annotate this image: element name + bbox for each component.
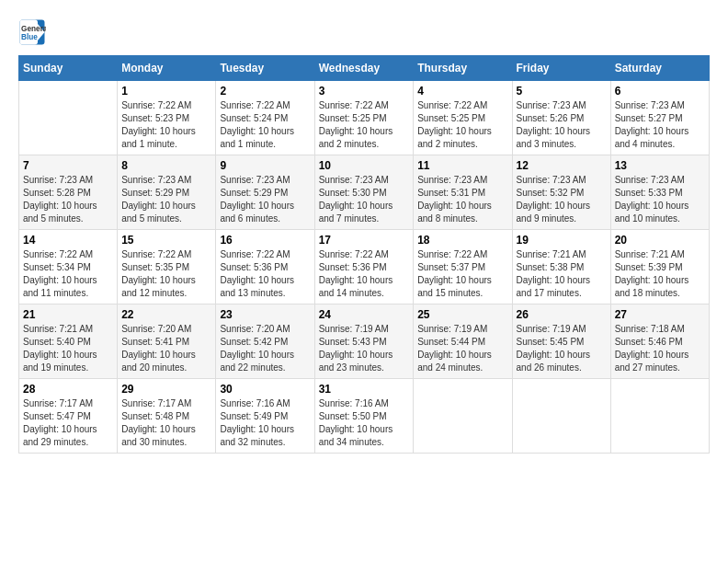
logo: General Blue <box>18 18 46 46</box>
day-info: Sunrise: 7:23 AMSunset: 5:29 PMDaylight:… <box>121 174 211 225</box>
calendar-cell: 6Sunrise: 7:23 AMSunset: 5:27 PMDaylight… <box>610 81 709 155</box>
week-row-1: 1Sunrise: 7:22 AMSunset: 5:23 PMDaylight… <box>19 81 710 155</box>
calendar-cell: 10Sunrise: 7:23 AMSunset: 5:30 PMDayligh… <box>314 155 414 230</box>
day-info: Sunrise: 7:19 AMSunset: 5:44 PMDaylight:… <box>417 323 507 374</box>
calendar-cell <box>414 379 512 454</box>
day-number: 6 <box>615 85 705 98</box>
day-number: 2 <box>220 85 310 98</box>
day-info: Sunrise: 7:16 AMSunset: 5:50 PMDaylight:… <box>319 397 410 449</box>
day-info: Sunrise: 7:22 AMSunset: 5:23 PMDaylight:… <box>121 99 211 151</box>
week-row-4: 21Sunrise: 7:21 AMSunset: 5:40 PMDayligh… <box>19 304 710 379</box>
calendar-cell <box>610 379 709 454</box>
day-info: Sunrise: 7:17 AMSunset: 5:47 PMDaylight:… <box>23 397 113 449</box>
weekday-header-saturday: Saturday <box>610 56 709 81</box>
calendar-cell: 2Sunrise: 7:22 AMSunset: 5:24 PMDaylight… <box>216 81 314 155</box>
calendar-cell: 29Sunrise: 7:17 AMSunset: 5:48 PMDayligh… <box>118 379 216 454</box>
day-number: 4 <box>417 85 507 98</box>
calendar-cell: 4Sunrise: 7:22 AMSunset: 5:25 PMDaylight… <box>414 81 512 155</box>
day-info: Sunrise: 7:23 AMSunset: 5:31 PMDaylight:… <box>417 174 507 225</box>
day-info: Sunrise: 7:21 AMSunset: 5:39 PMDaylight:… <box>615 248 705 300</box>
day-number: 11 <box>417 159 507 172</box>
day-info: Sunrise: 7:23 AMSunset: 5:32 PMDaylight:… <box>517 174 607 225</box>
day-number: 30 <box>220 383 310 396</box>
calendar-cell: 20Sunrise: 7:21 AMSunset: 5:39 PMDayligh… <box>610 230 709 304</box>
day-number: 5 <box>517 85 607 98</box>
calendar-cell: 30Sunrise: 7:16 AMSunset: 5:49 PMDayligh… <box>216 379 314 454</box>
day-number: 13 <box>615 159 705 172</box>
day-number: 24 <box>319 308 410 321</box>
day-info: Sunrise: 7:22 AMSunset: 5:37 PMDaylight:… <box>417 248 507 300</box>
calendar-cell: 13Sunrise: 7:23 AMSunset: 5:33 PMDayligh… <box>610 155 709 230</box>
day-number: 18 <box>417 234 507 247</box>
calendar-cell: 8Sunrise: 7:23 AMSunset: 5:29 PMDaylight… <box>118 155 216 230</box>
day-number: 17 <box>319 234 410 247</box>
day-info: Sunrise: 7:20 AMSunset: 5:41 PMDaylight:… <box>121 323 211 374</box>
day-info: Sunrise: 7:16 AMSunset: 5:49 PMDaylight:… <box>220 397 310 449</box>
calendar-cell: 5Sunrise: 7:23 AMSunset: 5:26 PMDaylight… <box>512 81 610 155</box>
week-row-3: 14Sunrise: 7:22 AMSunset: 5:34 PMDayligh… <box>19 230 710 304</box>
day-info: Sunrise: 7:23 AMSunset: 5:27 PMDaylight:… <box>615 99 705 151</box>
day-number: 14 <box>23 234 113 247</box>
calendar-cell: 14Sunrise: 7:22 AMSunset: 5:34 PMDayligh… <box>19 230 118 304</box>
day-info: Sunrise: 7:20 AMSunset: 5:42 PMDaylight:… <box>220 323 310 374</box>
day-number: 29 <box>121 383 211 396</box>
day-number: 19 <box>517 234 607 247</box>
day-info: Sunrise: 7:23 AMSunset: 5:33 PMDaylight:… <box>615 174 705 225</box>
calendar-cell <box>19 81 118 155</box>
day-number: 27 <box>615 308 705 321</box>
svg-text:General: General <box>21 25 46 33</box>
day-info: Sunrise: 7:23 AMSunset: 5:26 PMDaylight:… <box>517 99 607 151</box>
calendar-cell: 1Sunrise: 7:22 AMSunset: 5:23 PMDaylight… <box>118 81 216 155</box>
calendar-cell: 25Sunrise: 7:19 AMSunset: 5:44 PMDayligh… <box>414 304 512 379</box>
day-number: 9 <box>220 159 310 172</box>
calendar-cell <box>512 379 610 454</box>
day-number: 26 <box>517 308 607 321</box>
day-info: Sunrise: 7:22 AMSunset: 5:25 PMDaylight:… <box>319 99 410 151</box>
weekday-header-tuesday: Tuesday <box>216 56 314 81</box>
calendar-cell: 7Sunrise: 7:23 AMSunset: 5:28 PMDaylight… <box>19 155 118 230</box>
day-info: Sunrise: 7:22 AMSunset: 5:36 PMDaylight:… <box>319 248 410 300</box>
day-number: 3 <box>319 85 410 98</box>
weekday-header-wednesday: Wednesday <box>314 56 414 81</box>
week-row-5: 28Sunrise: 7:17 AMSunset: 5:47 PMDayligh… <box>19 379 710 454</box>
day-number: 28 <box>23 383 113 396</box>
day-info: Sunrise: 7:22 AMSunset: 5:35 PMDaylight:… <box>121 248 211 300</box>
calendar-cell: 12Sunrise: 7:23 AMSunset: 5:32 PMDayligh… <box>512 155 610 230</box>
calendar-cell: 19Sunrise: 7:21 AMSunset: 5:38 PMDayligh… <box>512 230 610 304</box>
calendar-cell: 9Sunrise: 7:23 AMSunset: 5:29 PMDaylight… <box>216 155 314 230</box>
day-info: Sunrise: 7:23 AMSunset: 5:29 PMDaylight:… <box>220 174 310 225</box>
calendar-cell: 28Sunrise: 7:17 AMSunset: 5:47 PMDayligh… <box>19 379 118 454</box>
logo-icon: General Blue <box>18 18 46 46</box>
calendar-cell: 17Sunrise: 7:22 AMSunset: 5:36 PMDayligh… <box>314 230 414 304</box>
day-info: Sunrise: 7:21 AMSunset: 5:40 PMDaylight:… <box>23 323 113 374</box>
day-number: 1 <box>121 85 211 98</box>
calendar-cell: 24Sunrise: 7:19 AMSunset: 5:43 PMDayligh… <box>314 304 414 379</box>
weekday-header-thursday: Thursday <box>414 56 512 81</box>
day-info: Sunrise: 7:19 AMSunset: 5:43 PMDaylight:… <box>319 323 410 374</box>
calendar-cell: 3Sunrise: 7:22 AMSunset: 5:25 PMDaylight… <box>314 81 414 155</box>
day-info: Sunrise: 7:22 AMSunset: 5:25 PMDaylight:… <box>417 99 507 151</box>
day-number: 23 <box>220 308 310 321</box>
day-info: Sunrise: 7:21 AMSunset: 5:38 PMDaylight:… <box>517 248 607 300</box>
calendar-cell: 26Sunrise: 7:19 AMSunset: 5:45 PMDayligh… <box>512 304 610 379</box>
day-number: 12 <box>517 159 607 172</box>
day-number: 10 <box>319 159 410 172</box>
weekday-header-friday: Friday <box>512 56 610 81</box>
svg-text:Blue: Blue <box>21 33 38 41</box>
day-info: Sunrise: 7:19 AMSunset: 5:45 PMDaylight:… <box>517 323 607 374</box>
weekday-header-monday: Monday <box>118 56 216 81</box>
day-number: 8 <box>121 159 211 172</box>
day-info: Sunrise: 7:22 AMSunset: 5:36 PMDaylight:… <box>220 248 310 300</box>
calendar-cell: 27Sunrise: 7:18 AMSunset: 5:46 PMDayligh… <box>610 304 709 379</box>
day-info: Sunrise: 7:23 AMSunset: 5:30 PMDaylight:… <box>319 174 410 225</box>
day-number: 20 <box>615 234 705 247</box>
calendar-cell: 18Sunrise: 7:22 AMSunset: 5:37 PMDayligh… <box>414 230 512 304</box>
calendar-cell: 21Sunrise: 7:21 AMSunset: 5:40 PMDayligh… <box>19 304 118 379</box>
calendar-cell: 23Sunrise: 7:20 AMSunset: 5:42 PMDayligh… <box>216 304 314 379</box>
day-info: Sunrise: 7:22 AMSunset: 5:24 PMDaylight:… <box>220 99 310 151</box>
day-info: Sunrise: 7:22 AMSunset: 5:34 PMDaylight:… <box>23 248 113 300</box>
day-number: 31 <box>319 383 410 396</box>
week-row-2: 7Sunrise: 7:23 AMSunset: 5:28 PMDaylight… <box>19 155 710 230</box>
day-info: Sunrise: 7:23 AMSunset: 5:28 PMDaylight:… <box>23 174 113 225</box>
day-info: Sunrise: 7:18 AMSunset: 5:46 PMDaylight:… <box>615 323 705 374</box>
